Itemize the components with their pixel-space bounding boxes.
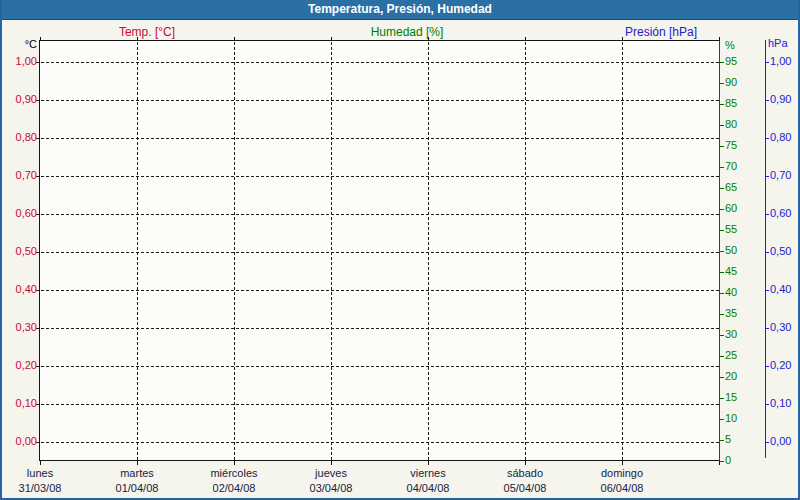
x-axis-date-label: 01/04/08 [92,482,182,494]
pressure-axis-tick-label: 0,50 [770,245,791,258]
x-axis-day-label: viernes [383,467,473,479]
x-axis-bottom-tick [40,461,41,465]
x-axis-bottom-tick [331,461,332,465]
gridline-horizontal [41,290,719,291]
gridline-horizontal [41,404,719,405]
pressure-axis-tick-label: 1,00 [770,55,791,68]
humidity-axis-tick-label: 0 [725,454,731,467]
x-axis-day-label: sábado [480,467,570,479]
left-axis-tick-label: 0,30 [7,321,37,334]
pressure-axis-tick-label: 0,80 [770,131,791,144]
humidity-axis-tick-label: 60 [725,202,737,215]
gridline-vertical [234,42,235,460]
pressure-axis-tick-label: 0,30 [770,321,791,334]
x-axis-top-tick [331,37,332,41]
gridline-horizontal [41,62,719,63]
left-axis-tick-label: 0,70 [7,169,37,182]
x-axis-date-label: 05/04/08 [480,482,570,494]
window-title: Temperatura, Presión, Humedad [308,2,492,16]
left-axis-tick-label: 0,40 [7,283,37,296]
gridline-horizontal [41,214,719,215]
pressure-axis-tick-label: 0,70 [770,169,791,182]
x-axis-bottom-tick [622,461,623,465]
left-axis-tick-label: 0,00 [7,435,37,448]
legend-item-humedad: Humedad [%] [352,25,462,39]
x-axis-date-label: 06/04/08 [577,482,667,494]
window-title-bar: Temperatura, Presión, Humedad [0,0,800,20]
gridline-horizontal [41,176,719,177]
x-axis-bottom-tick [234,461,235,465]
x-axis-top-tick [719,37,720,41]
pressure-axis-tick-label: 0,90 [770,93,791,106]
gridline-horizontal [41,442,719,443]
humidity-axis-tick-label: 70 [725,160,737,173]
x-axis-top-tick [525,37,526,41]
x-axis-day-label: jueves [286,467,376,479]
x-axis-bottom-tick [428,461,429,465]
pressure-axis-unit-label: hPa [768,37,788,49]
gridline-vertical [428,42,429,460]
left-axis-tick-label: 0,10 [7,397,37,410]
x-axis-day-label: miércoles [189,467,279,479]
pressure-axis-tick-label: 0,40 [770,283,791,296]
gridline-horizontal [41,138,719,139]
humidity-axis-tick-label: 75 [725,139,737,152]
humidity-axis-tick-label: 35 [725,307,737,320]
humidity-axis-tick-label: 5 [725,433,731,446]
x-axis-date-label: 02/04/08 [189,482,279,494]
pressure-axis-tick-label: 0,60 [770,207,791,220]
x-axis-bottom-tick [137,461,138,465]
humidity-axis-tick-label: 45 [725,265,737,278]
humidity-axis-tick-label: 20 [725,370,737,383]
gridline-vertical [622,42,623,460]
pressure-axis-tick-label: 0,10 [770,397,791,410]
x-axis-bottom-tick [525,461,526,465]
plot-area [39,40,720,461]
gridline-horizontal [41,100,719,101]
pressure-axis-tick-label: 0,00 [770,435,791,448]
humidity-axis-tick-label: 30 [725,328,737,341]
x-axis-bottom-tick [719,461,720,465]
pressure-axis-tick-label: 0,20 [770,359,791,372]
left-axis-tick-label: 0,60 [7,207,37,220]
gridline-vertical [331,42,332,460]
humidity-axis-unit-label: % [725,39,735,51]
legend-item-temp: Temp. [°C] [92,25,202,39]
gridline-horizontal [41,328,719,329]
x-axis-date-label: 03/04/08 [286,482,376,494]
x-axis-day-label: domingo [577,467,667,479]
humidity-axis-tick-label: 40 [725,286,737,299]
x-axis-date-label: 04/04/08 [383,482,473,494]
humidity-axis-tick-label: 85 [725,97,737,110]
x-axis-day-label: lunes [0,467,85,479]
humidity-axis-line [719,41,720,461]
left-axis-tick-label: 0,90 [7,93,37,106]
left-axis-tick-label: 0,80 [7,131,37,144]
left-axis-tick-label: 1,00 [7,55,37,68]
x-axis-top-tick [137,37,138,41]
humidity-axis-tick-label: 15 [725,391,737,404]
humidity-axis-tick-label: 25 [725,349,737,362]
x-axis-top-tick [40,37,41,41]
gridline-horizontal [41,366,719,367]
humidity-axis-tick-label: 65 [725,181,737,194]
left-axis-tick-label: 0,20 [7,359,37,372]
gridline-horizontal [41,252,719,253]
x-axis-top-tick [428,37,429,41]
x-axis-top-tick [234,37,235,41]
humidity-axis-tick-label: 95 [725,55,737,68]
humidity-axis-tick-label: 10 [725,412,737,425]
left-axis-tick-label: 0,50 [7,245,37,258]
humidity-axis-tick-label: 55 [725,223,737,236]
gridline-vertical [525,42,526,460]
humidity-axis-tick-label: 50 [725,244,737,257]
humidity-axis-tick-label: 80 [725,118,737,131]
pressure-axis-line [765,40,766,458]
chart-window: Temperatura, Presión, Humedad Temp. [°C]… [0,0,800,500]
x-axis-day-label: martes [92,467,182,479]
humidity-axis-tick-label: 90 [725,76,737,89]
x-axis-date-label: 31/03/08 [0,482,85,494]
x-axis-top-tick [622,37,623,41]
left-axis-unit-label: °C [7,38,37,50]
gridline-vertical [137,42,138,460]
